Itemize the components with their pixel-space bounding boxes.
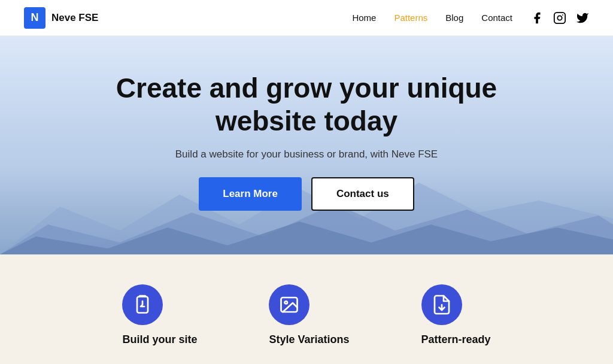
nav-blog[interactable]: Blog	[445, 13, 463, 23]
learn-more-button[interactable]: Learn More	[199, 177, 302, 211]
feature-build: Build your site	[122, 284, 197, 346]
site-header: N Neve FSE Home Patterns Blog Contact	[0, 0, 613, 36]
features-section: Build your site Style Variations Pattern…	[0, 254, 613, 364]
site-name: Neve FSE	[51, 12, 98, 24]
twitter-icon[interactable]	[576, 11, 589, 25]
nav-patterns[interactable]: Patterns	[394, 13, 427, 23]
hero-title: Create and grow your unique website toda…	[97, 72, 516, 138]
style-icon	[278, 294, 300, 316]
build-icon-circle	[122, 284, 163, 325]
feature-pattern-label: Pattern-ready	[421, 333, 491, 346]
facebook-icon[interactable]	[530, 11, 544, 25]
main-nav: Home Patterns Blog Contact	[352, 11, 589, 25]
feature-build-label: Build your site	[122, 333, 197, 346]
build-icon	[132, 294, 153, 316]
style-icon-circle	[269, 284, 309, 325]
pattern-icon	[431, 294, 453, 316]
hero-section: Create and grow your unique website toda…	[0, 36, 613, 254]
svg-point-1	[557, 16, 562, 20]
feature-style-label: Style Variations	[269, 333, 349, 346]
instagram-icon[interactable]	[553, 11, 566, 25]
feature-pattern: Pattern-ready	[421, 284, 491, 346]
logo-area: N Neve FSE	[24, 7, 98, 29]
nav-contact[interactable]: Contact	[481, 13, 512, 23]
pattern-icon-circle	[421, 284, 462, 325]
svg-point-8	[285, 301, 288, 304]
contact-us-button[interactable]: Contact us	[311, 177, 414, 211]
svg-rect-0	[554, 12, 565, 23]
feature-style: Style Variations	[269, 284, 349, 346]
hero-buttons: Learn More Contact us	[199, 177, 414, 211]
hero-subtitle: Build a website for your business or bra…	[175, 148, 438, 160]
nav-home[interactable]: Home	[352, 13, 376, 23]
logo-icon: N	[24, 7, 45, 29]
social-icons	[530, 11, 589, 25]
svg-point-2	[562, 14, 563, 16]
